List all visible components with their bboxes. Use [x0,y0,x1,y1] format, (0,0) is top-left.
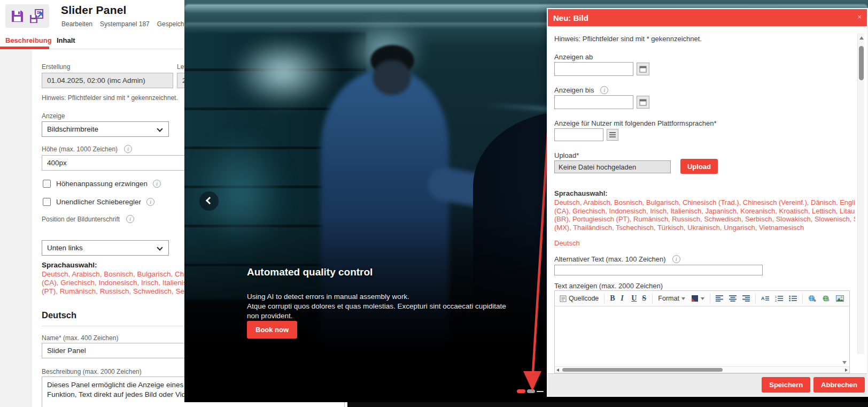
anzeige-select[interactable]: Bildschirmbreite [42,121,169,137]
info-icon[interactable] [126,215,134,223]
bidi-button[interactable]: A [759,294,771,303]
slider-prev-button[interactable] [199,191,219,211]
divider [652,294,653,303]
divider [710,294,710,303]
section-heading-deutsch: Deutsch [42,310,76,320]
svg-text:2: 2 [775,299,777,302]
scrollbar-thumb[interactable] [859,46,864,80]
modal-scrollbar[interactable] [857,33,864,354]
divider [604,294,604,303]
slider-dot-active[interactable] [517,389,525,393]
scroll-left-icon[interactable] [556,368,559,372]
image-button[interactable] [834,294,846,303]
hoehenanpassung-label: Höhenanpassung erzwingen [56,180,148,188]
save-and-publish-icon[interactable] [29,9,45,24]
info-icon[interactable] [153,180,161,188]
anzeigen-bis-input[interactable] [554,95,633,109]
calendar-icon[interactable] [637,63,649,75]
unendlicher-label: Unendlicher Schieberegler [56,198,141,206]
chevron-down-icon [157,244,162,250]
format-dropdown[interactable]: Format [656,294,687,303]
language-links-line[interactable]: (PT), Rumänisch, Russisch, Schwedisch, S… [42,287,204,295]
chevron-down-icon [681,297,685,300]
slider-dot[interactable] [537,391,544,392]
language-links-line[interactable]: Deutsch, Arabisch, Bosnisch, Bulgarisch,… [554,198,855,206]
calendar-icon[interactable] [637,96,649,109]
page-title: Slider Panel [61,4,127,17]
bullet-list-button[interactable] [787,294,799,303]
selected-language-link[interactable]: Deutsch [554,239,580,247]
bildunterschrift-select[interactable]: Unten links [42,240,169,256]
numbered-list-button[interactable]: 12 [773,294,785,303]
required-hint: Hinweis: Pflichtfelder sind mit * gekenn… [42,94,178,102]
plattformsprachen-label: Anzeige für Nutzer mit folgenden Plattfo… [554,119,717,127]
editor-toolbar: Quellcode B I U S Format [555,291,849,306]
link-button[interactable] [806,294,818,303]
plattformsprachen-input[interactable] [554,128,603,141]
info-icon[interactable] [672,255,680,263]
breadcrumb: Bearbeiten Systempanel 187 Gespeichert [61,20,191,28]
unlink-button[interactable] [820,294,832,303]
anzeigen-ab-input[interactable] [554,62,633,76]
tab-beschreibung[interactable]: Beschreibung [5,36,52,44]
upload-filename [554,160,671,173]
slide-heading: Automated quality control [247,266,373,278]
slider-dot[interactable] [527,389,535,393]
align-right-button[interactable] [740,294,752,303]
italic-button[interactable]: I [618,293,627,304]
sprachauswahl-label: Sprachauswahl: [554,189,608,197]
editor-content[interactable] [555,306,849,366]
anzeigen-ab-label: Anzeigen ab [554,53,593,61]
language-links-line[interactable]: (CA), Griechisch, Indonesisch, Irisch, I… [554,207,855,215]
unendlicher-checkbox[interactable] [43,198,51,206]
tab-inhalt[interactable]: Inhalt [57,36,75,44]
modal-title: Neu: Bild [553,13,588,22]
upload-button[interactable]: Upload [680,159,718,174]
toolbar [5,4,49,28]
modal-body: Hinweis: Pflichtfelder sind mit * gekenn… [548,26,867,373]
photo-person-face [373,60,411,95]
hoehenanpassung-checkbox[interactable] [43,180,51,188]
scrollbar-thumb[interactable] [562,368,723,372]
cancel-button[interactable]: Abbrechen [813,377,865,393]
breadcrumb-panel-id: Systempanel 187 [100,20,150,28]
modal-footer: Speichern Abbrechen [548,373,867,396]
align-center-button[interactable] [727,294,739,303]
slide-text-line: non provident. [247,311,293,321]
info-icon[interactable] [146,198,154,206]
book-now-button[interactable]: Book now [247,321,297,339]
required-hint: Hinweis: Pflichtfelder sind mit * gekenn… [554,35,702,43]
text-color-button[interactable] [689,294,707,303]
save-icon[interactable] [10,9,25,24]
save-button[interactable]: Speichern [762,377,810,393]
erstellung-input [42,73,173,88]
info-icon[interactable] [600,86,608,94]
underline-button[interactable]: U [629,293,638,304]
align-left-button[interactable] [714,294,725,303]
language-links-line[interactable]: (MX), Thailändisch, Tschechisch, Türkisc… [554,224,855,232]
hoehe-label: Höhe (max. 1000 Zeichen) [42,145,118,153]
breadcrumb-mode: Bearbeiten [61,20,92,28]
chevron-down-icon [701,297,704,300]
bold-button[interactable]: B [608,293,617,304]
slide-text-line: Using AI to detect errors in manual asse… [247,292,409,302]
list-picker-icon[interactable] [607,129,618,141]
source-button[interactable]: Quellcode [557,294,601,303]
bildunterschrift-label: Position der Bildunterschrift [42,216,120,223]
modal-neu-bild: Neu: Bild × Hinweis: Pflichtfelder sind … [547,8,868,397]
info-icon[interactable] [124,145,132,153]
photo-glow [232,37,334,107]
scroll-up-icon[interactable] [859,36,864,40]
source-icon [560,295,567,302]
strikethrough-button[interactable]: S [640,293,649,304]
editor-horizontal-scrollbar[interactable] [555,366,849,373]
language-links-line[interactable]: (CA), Griechisch, Indonesisch, Irisch, I… [42,279,195,287]
anzeige-label: Anzeige [42,112,65,120]
upload-label: Upload* [554,151,579,159]
scroll-right-icon[interactable] [845,368,848,372]
language-links-line[interactable]: (BR), Portugiesisch (PT), Rumänisch, Rus… [554,215,855,223]
close-icon[interactable]: × [857,13,862,21]
alt-text-input[interactable] [554,265,763,275]
chevron-down-icon [157,126,162,132]
editor-scroll-down-icon[interactable] [842,361,847,364]
